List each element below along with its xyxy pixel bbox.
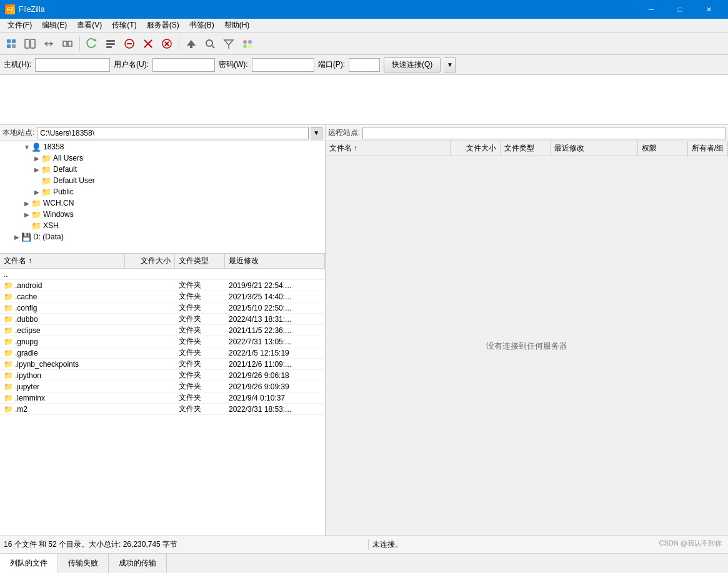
tab-failed[interactable]: 传输失败 bbox=[58, 554, 109, 573]
minimize-button[interactable]: ─ bbox=[637, 0, 666, 19]
local-file-row[interactable]: 📁.android文件夹2019/9/21 22:54:... bbox=[0, 280, 325, 291]
cancel-button[interactable] bbox=[158, 35, 176, 52]
svg-rect-9 bbox=[106, 46, 112, 48]
quickconnect-dropdown[interactable]: ▼ bbox=[444, 57, 456, 72]
local-file-row[interactable]: 📁.eclipse文件夹2021/11/5 22:36:... bbox=[0, 325, 325, 336]
refresh-button[interactable] bbox=[83, 35, 101, 52]
menu-item[interactable]: 服务器(S) bbox=[142, 19, 184, 32]
host-input[interactable] bbox=[35, 58, 110, 72]
localdir-up-button[interactable] bbox=[182, 35, 200, 52]
menu-item[interactable]: 文件(F) bbox=[2, 19, 37, 32]
local-file-row[interactable]: 📁.config文件夹2021/5/10 22:50:... bbox=[0, 302, 325, 314]
no-connection-message: 没有连接到任何服务器 bbox=[326, 156, 728, 536]
window-controls: ─ □ ✕ bbox=[637, 0, 723, 19]
local-path-bar: 本地站点: ▼ bbox=[0, 125, 325, 141]
svg-point-24 bbox=[243, 44, 247, 48]
local-path-label: 本地站点: bbox=[2, 127, 34, 138]
local-file-row[interactable]: 📁.dubbo文件夹2022/4/13 18:31:... bbox=[0, 314, 325, 325]
svg-rect-0 bbox=[7, 39, 11, 43]
file-name-cell: 📁.config bbox=[0, 304, 125, 312]
remote-path-input[interactable] bbox=[362, 127, 726, 139]
pass-input[interactable] bbox=[252, 58, 314, 72]
tree-item[interactable]: ▶ 📁 Windows bbox=[0, 209, 325, 220]
maximize-button[interactable]: □ bbox=[666, 0, 694, 19]
stop-button[interactable] bbox=[121, 35, 138, 52]
tree-item[interactable]: ▶ 📁 Public bbox=[0, 186, 325, 197]
file-type-cell: 文件夹 bbox=[175, 381, 225, 392]
search-button[interactable] bbox=[201, 35, 219, 52]
tree-item[interactable]: ▶ 📁 All Users bbox=[0, 152, 325, 164]
col-size-header[interactable]: 文件大小 bbox=[125, 254, 175, 268]
remote-col-perm-header[interactable]: 权限 bbox=[638, 141, 688, 156]
sitemanager-button[interactable] bbox=[2, 35, 20, 52]
user-label: 用户名(U): bbox=[114, 59, 149, 70]
remote-col-name-header[interactable]: 文件名 ↑ bbox=[326, 141, 451, 156]
svg-rect-8 bbox=[106, 43, 115, 45]
toggle-button[interactable] bbox=[21, 35, 39, 52]
transfer-panel: 列队的文件 传输失败 成功的传输 bbox=[0, 553, 728, 573]
svg-rect-5 bbox=[31, 39, 35, 48]
svg-point-25 bbox=[248, 44, 252, 48]
tree-item[interactable]: ▶ 📁 WCH.CN bbox=[0, 197, 325, 209]
quickconnect-button[interactable]: 快速连接(Q) bbox=[384, 57, 441, 72]
local-file-row[interactable]: 📁.gnupg文件夹2022/7/31 13:05:... bbox=[0, 336, 325, 347]
tree-item[interactable]: ▼ 👤 18358 bbox=[0, 141, 325, 152]
local-status: 16 个文件 和 52 个目录。大小总计: 26,230,745 字节 bbox=[0, 539, 369, 550]
tab-queue[interactable]: 列队的文件 bbox=[0, 554, 58, 573]
disconnect-button[interactable] bbox=[139, 35, 157, 52]
col-type-header[interactable]: 文件类型 bbox=[175, 254, 225, 268]
file-date-cell: 2022/1/5 12:15:19 bbox=[225, 349, 325, 357]
local-file-row[interactable]: 📁.lemminx文件夹2021/9/4 0:10:37 bbox=[0, 392, 325, 404]
transfer-button[interactable] bbox=[40, 35, 57, 52]
remote-col-size-header[interactable]: 文件大小 bbox=[451, 141, 501, 156]
local-file-row[interactable]: 📁.jupyter文件夹2021/9/26 9:09:39 bbox=[0, 381, 325, 392]
local-path-input[interactable] bbox=[37, 127, 308, 139]
col-date-header[interactable]: 最近修改 bbox=[225, 254, 325, 268]
file-type-cell: 文件夹 bbox=[175, 347, 225, 358]
svg-marker-17 bbox=[187, 40, 196, 46]
local-file-row[interactable]: 📁.gradle文件夹2022/1/5 12:15:19 bbox=[0, 347, 325, 359]
menu-item[interactable]: 编辑(E) bbox=[37, 19, 72, 32]
close-button[interactable]: ✕ bbox=[694, 0, 723, 19]
remote-file-header: 文件名 ↑ 文件大小 文件类型 最近修改 权限 所有者/组 bbox=[326, 141, 728, 156]
local-file-row[interactable]: 📁.cache文件夹2021/3/25 14:40:... bbox=[0, 291, 325, 302]
local-tree[interactable]: ▼ 👤 18358 ▶ 📁 All Users ▶ 📁 Default bbox=[0, 141, 325, 254]
user-input[interactable] bbox=[152, 58, 215, 72]
remote-col-date-header[interactable]: 最近修改 bbox=[551, 141, 638, 156]
col-name-header[interactable]: 文件名 ↑ bbox=[0, 254, 125, 268]
syncbrowse-button[interactable] bbox=[59, 35, 76, 52]
filterfiles-button[interactable] bbox=[220, 35, 237, 52]
remote-status: 未连接。 bbox=[369, 539, 728, 550]
main-panel: 本地站点: ▼ ▼ 👤 18358 ▶ 📁 All Users bbox=[0, 125, 728, 536]
menu-item[interactable]: 帮助(H) bbox=[219, 19, 255, 32]
local-file-list[interactable]: 文件名 ↑ 文件大小 文件类型 最近修改 ..📁.android文件夹2019/… bbox=[0, 254, 325, 536]
menu-item[interactable]: 传输(T) bbox=[107, 19, 141, 32]
file-name-cell: 📁.gnupg bbox=[0, 337, 125, 346]
menubar: 文件(F)编辑(E)查看(V)传输(T)服务器(S)书签(B)帮助(H) bbox=[0, 19, 728, 32]
log-area bbox=[0, 75, 728, 125]
local-file-row[interactable]: 📁.ipython文件夹2021/9/26 9:06:18 bbox=[0, 370, 325, 381]
toolbar bbox=[0, 32, 728, 55]
menu-item[interactable]: 查看(V) bbox=[72, 19, 107, 32]
local-file-row[interactable]: 📁.m2文件夹2022/3/31 18:53:... bbox=[0, 404, 325, 415]
processqueue-button[interactable] bbox=[102, 35, 119, 52]
file-date-cell: 2022/4/13 18:31:... bbox=[225, 315, 325, 324]
tab-success[interactable]: 成功的传输 bbox=[109, 554, 167, 573]
menu-item[interactable]: 书签(B) bbox=[184, 19, 219, 32]
svg-point-23 bbox=[248, 40, 252, 44]
local-file-row[interactable]: .. bbox=[0, 269, 325, 280]
local-path-dropdown[interactable]: ▼ bbox=[311, 127, 322, 139]
tree-item[interactable]: ▶ 💾 D: (Data) bbox=[0, 231, 325, 242]
file-name-cell: 📁.ipython bbox=[0, 371, 125, 380]
tree-item[interactable]: 📁 XSH bbox=[0, 220, 325, 231]
remote-col-owner-header[interactable]: 所有者/组 bbox=[688, 141, 728, 156]
tree-item[interactable]: ▶ 📁 Default bbox=[0, 164, 325, 175]
local-file-row[interactable]: 📁.ipynb_checkpoints文件夹2021/12/6 11:09:..… bbox=[0, 359, 325, 370]
remote-col-type-header[interactable]: 文件类型 bbox=[501, 141, 551, 156]
tree-item[interactable]: 📁 Default User bbox=[0, 175, 325, 186]
quickconnect-history[interactable] bbox=[239, 35, 256, 52]
svg-rect-2 bbox=[7, 44, 11, 48]
port-input[interactable] bbox=[349, 58, 380, 72]
title-text: FileZilla bbox=[19, 5, 637, 14]
connbar: 主机(H): 用户名(U): 密码(W): 端口(P): 快速连接(Q) ▼ bbox=[0, 55, 728, 75]
